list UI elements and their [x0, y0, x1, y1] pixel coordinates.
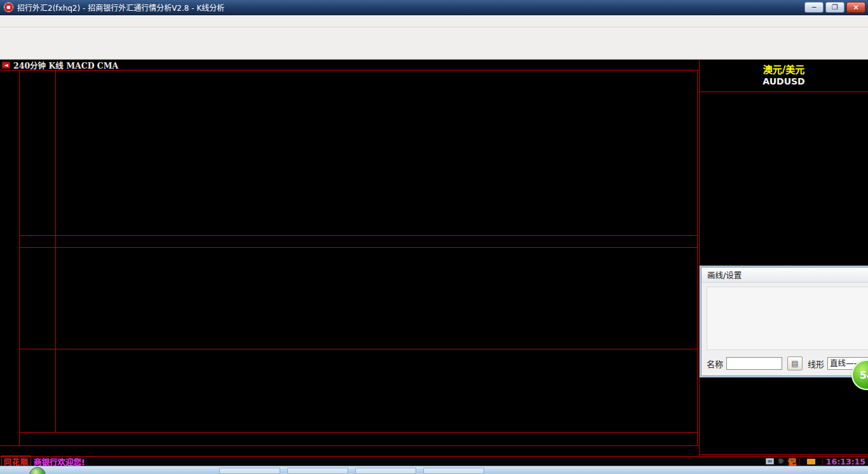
qq-indicator-chart[interactable]	[56, 351, 697, 432]
macd-indicator-chart[interactable]	[56, 248, 697, 348]
divider	[799, 458, 800, 465]
main-candlestick-chart[interactable]	[56, 71, 697, 235]
application-window: 招行外汇2(fxhq2) - 招商银行外汇通行情分析V2.8 - K线分析 ─ …	[0, 0, 868, 474]
dialog-title: 画线/设置	[707, 269, 742, 281]
menu-bar	[0, 15, 868, 27]
quote-symbol: AUDUSD	[700, 76, 868, 91]
divider	[0, 70, 699, 71]
clock: 16:13:15	[826, 457, 865, 466]
divider	[20, 349, 697, 349]
chart-flag-icon: ◄	[2, 62, 10, 69]
minimize-button[interactable]: ─	[804, 2, 824, 13]
title-bar[interactable]: 招行外汇2(fxhq2) - 招商银行外汇通行情分析V2.8 - K线分析 ─ …	[0, 0, 868, 15]
note-button[interactable]: ▤	[787, 356, 803, 370]
mini-intraday-chart[interactable]	[700, 376, 867, 442]
status-bar: 同花顺 商银行欢迎您! ☼ 记 16:13:15	[0, 456, 868, 466]
restore-button[interactable]: ❐	[825, 2, 844, 13]
divider	[0, 445, 699, 446]
line-type-label: 线形	[808, 358, 824, 370]
dialog-bottom-row: 名称 ▤ 线形 直线——	[707, 354, 868, 373]
divider	[822, 458, 823, 465]
divider	[20, 235, 697, 236]
dialog-title-bar[interactable]: 画线/设置	[702, 267, 868, 283]
divider	[699, 60, 700, 466]
divider	[700, 91, 868, 92]
chart-header: ◄ 240分钟 K线 MACD CMA	[0, 60, 699, 71]
brightness-icon[interactable]: ☼	[778, 457, 785, 466]
taskbar-app-button[interactable]	[423, 468, 484, 474]
divider	[697, 71, 698, 445]
connection-icon[interactable]	[766, 458, 774, 464]
drawing-tool-groups	[707, 287, 868, 350]
divider	[55, 71, 56, 432]
name-input[interactable]	[726, 357, 782, 370]
toolbar	[0, 27, 868, 60]
divider	[20, 432, 697, 433]
quote-pair-name: 澳元/美元	[700, 60, 868, 76]
taskbar-app-button[interactable]	[355, 468, 416, 474]
name-label: 名称	[707, 358, 723, 370]
message-icon[interactable]	[807, 459, 815, 464]
divider	[19, 71, 20, 445]
quote-panel: 澳元/美元 AUDUSD	[700, 60, 868, 92]
app-logo-icon	[4, 3, 13, 12]
taskbar-app-button[interactable]	[219, 468, 280, 474]
divider	[20, 247, 697, 248]
window-title: 招行外汇2(fxhq2) - 招商银行外汇通行情分析V2.8 - K线分析	[17, 2, 803, 13]
taskbar-app-button[interactable]	[287, 468, 348, 474]
draw-settings-dialog[interactable]: 画线/设置 名称 ▤ 线形 直线——	[701, 267, 868, 376]
close-button[interactable]: ×	[846, 2, 865, 13]
